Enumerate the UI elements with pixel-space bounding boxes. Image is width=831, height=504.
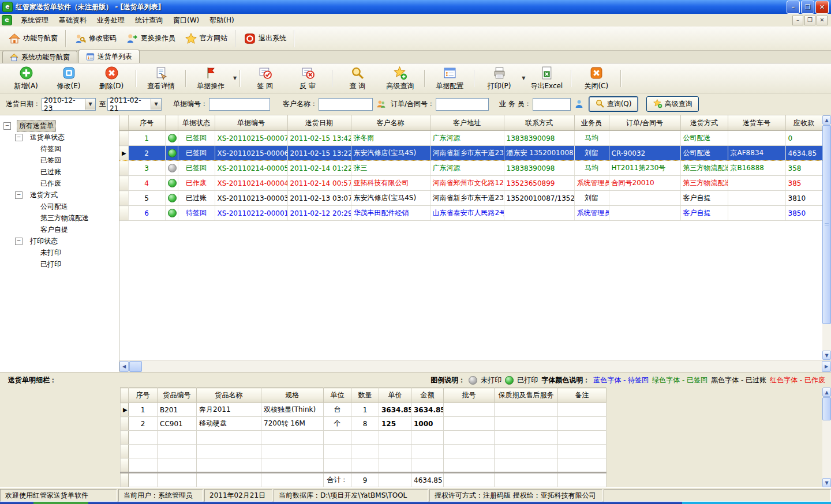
detail-row[interactable]: ▶1B201奔月2011双核独显(Think)台13634.853634.85 — [121, 403, 607, 417]
toolbar-button-add[interactable]: 新增(A) — [5, 65, 47, 92]
tree-item-leaf[interactable]: 21已作废 — [0, 178, 119, 189]
orders-column-header[interactable]: 送货车号 — [728, 115, 785, 131]
tree-item-all-orders[interactable]: −所有送货单 — [0, 120, 119, 131]
detail-column-header[interactable]: 保质期及售后服务 — [495, 388, 558, 403]
date-from-combo[interactable]: 2010-12-23 ▼ — [42, 98, 96, 111]
tree-expand-icon[interactable]: − — [3, 122, 11, 130]
toolbar-button-key[interactable]: 修改密码 — [69, 30, 121, 47]
orders-column-header[interactable]: 送货日期 — [287, 115, 351, 131]
orders-column-header[interactable]: 业务员 — [574, 115, 609, 131]
salesman-picker-icon[interactable] — [574, 99, 589, 109]
customer-picker-icon[interactable] — [376, 99, 391, 109]
toolbar-button-home[interactable]: 功能导航窗 — [3, 30, 62, 47]
chevron-down-icon[interactable]: ▼ — [151, 99, 161, 110]
detail-column-header[interactable]: 批号 — [444, 388, 495, 403]
toolbar-button-star[interactable]: 官方网站 — [180, 30, 232, 47]
scroll-up-icon[interactable]: ▲ — [822, 115, 831, 125]
detail-column-header[interactable]: 序号 — [129, 388, 158, 403]
toolbar-button-config[interactable]: 单据配置 — [428, 65, 471, 92]
order-row[interactable]: 3已签回XS-20110214-000052011-02-14 01:22张三广… — [119, 161, 822, 176]
order-row[interactable]: 1已签回XS-20110215-000072011-02-15 13:42张冬雨… — [119, 131, 822, 146]
tree-item-group[interactable]: −21送货方式 — [0, 189, 119, 201]
toolbar-button-search[interactable]: 查 询 — [336, 65, 379, 92]
scroll-right-icon[interactable]: ▶ — [822, 361, 831, 372]
tree-item-leaf[interactable]: 21已打印 — [0, 258, 119, 270]
detail-column-header[interactable]: 数量 — [351, 388, 379, 403]
mdi-restore-button[interactable]: ❐ — [804, 16, 815, 25]
orders-column-header[interactable]: 客户地址 — [430, 115, 504, 131]
chevron-down-icon[interactable]: ▼ — [233, 76, 237, 81]
salesman-input[interactable] — [533, 98, 571, 111]
orders-column-header[interactable]: 单据状态 — [178, 115, 215, 131]
scroll-down-icon[interactable]: ▼ — [822, 478, 831, 487]
tree-item-leaf[interactable]: 21待签回 — [0, 143, 119, 155]
contract-input[interactable] — [436, 98, 489, 111]
toolbar-button-reject[interactable]: 反 审 — [286, 65, 329, 92]
date-to-combo[interactable]: 2011-02-21 ▼ — [107, 98, 162, 111]
tab-delivery-list[interactable]: 送货单列表 — [78, 50, 140, 63]
menu-item[interactable]: 统计查询 — [130, 14, 168, 27]
orders-column-header[interactable]: 应收款 — [785, 115, 822, 131]
restore-button[interactable]: ❐ — [801, 1, 814, 14]
order-row[interactable]: 5已过账XS-20110213-000032011-02-13 03:07东安汽… — [119, 191, 822, 206]
advanced-query-button[interactable]: 高级查询 — [646, 96, 699, 112]
tree-item-leaf[interactable]: 21公司配送 — [0, 201, 119, 212]
orders-column-header[interactable]: 序号 — [128, 115, 165, 131]
tree-item-leaf[interactable]: 21已过账 — [0, 166, 119, 178]
toolbar-button-adv-search[interactable]: 高级查询 — [379, 65, 421, 92]
order-row[interactable]: 6待签回XS-20110212-000012011-02-12 20:29华茂丰… — [119, 206, 822, 221]
toolbar-button-exit[interactable]: 退出系统 — [239, 30, 291, 47]
order-row[interactable]: ▶2已签回XS-20110215-000062011-02-15 13:22东安… — [119, 146, 822, 161]
tab-navigator[interactable]: 系统功能导航窗 — [2, 51, 77, 63]
chevron-down-icon[interactable]: ▼ — [85, 99, 95, 110]
tree-item-leaf[interactable]: 21第三方物流配送 — [0, 212, 119, 224]
menu-item[interactable]: 窗口(W) — [168, 14, 204, 27]
vertical-scroll-thumb[interactable] — [822, 125, 831, 324]
menu-item[interactable]: 系统管理 — [16, 14, 54, 27]
toolbar-button-user-switch[interactable]: 更换操作员 — [121, 30, 180, 47]
mdi-minimize-button[interactable]: – — [792, 16, 803, 25]
customer-input[interactable] — [319, 98, 373, 111]
doc-no-input[interactable] — [209, 98, 270, 111]
horizontal-scroll-thumb[interactable] — [129, 361, 142, 372]
orders-horizontal-scrollbar[interactable]: ◀ ▶ — [119, 360, 831, 373]
scroll-up-icon[interactable]: ▲ — [822, 388, 831, 397]
detail-column-header[interactable]: 备注 — [558, 388, 607, 403]
menu-item[interactable]: 业务处理 — [92, 14, 130, 27]
minimize-button[interactable]: – — [787, 1, 800, 14]
orders-column-header[interactable]: 送货方式 — [680, 115, 728, 131]
scroll-down-icon[interactable]: ▼ — [822, 351, 831, 360]
tree-expand-icon[interactable]: − — [15, 191, 23, 199]
detail-column-header[interactable]: 单价 — [379, 388, 411, 403]
toolbar-button-excel[interactable]: 导出Excel — [525, 65, 568, 92]
toolbar-button-print[interactable]: 打印(P) — [478, 65, 521, 92]
toolbar-button-flag[interactable]: 单据操作 — [189, 65, 232, 92]
detail-column-header[interactable]: 货品名称 — [197, 388, 261, 403]
tree-item-group[interactable]: −21打印状态 — [0, 235, 119, 247]
order-row[interactable]: 4已作废XS-20110214-000042011-02-14 00:57亚拓科… — [119, 176, 822, 191]
detail-scroll-thumb[interactable] — [822, 397, 831, 420]
detail-column-header[interactable]: 金额 — [411, 388, 444, 403]
query-button[interactable]: 查询(Q) — [589, 96, 638, 112]
toolbar-button-edit[interactable]: 修改(E) — [47, 65, 90, 92]
tree-expand-icon[interactable]: − — [15, 134, 23, 141]
detail-column-header[interactable]: 货品编号 — [158, 388, 197, 403]
orders-column-header[interactable]: 订单/合同号 — [609, 115, 680, 131]
scroll-left-icon[interactable]: ◀ — [119, 361, 129, 372]
mdi-close-button[interactable]: ✕ — [817, 16, 828, 25]
detail-vertical-scrollbar[interactable]: ▲ ▼ — [822, 388, 831, 487]
toolbar-button-sign-back[interactable]: 签 回 — [244, 65, 286, 92]
tree-expand-icon[interactable]: − — [15, 238, 23, 245]
menu-item[interactable]: 帮助(H) — [204, 14, 239, 27]
orders-column-header[interactable]: 客户名称 — [351, 115, 430, 131]
toolbar-button-delete[interactable]: 删除(D) — [90, 65, 133, 92]
tree-item-leaf[interactable]: 21客户自提 — [0, 224, 119, 235]
detail-column-header[interactable]: 单位 — [324, 388, 351, 403]
detail-row[interactable]: 2CC901移动硬盘7200转 16M个81251000 — [121, 417, 607, 431]
detail-column-header[interactable]: 规格 — [261, 388, 324, 403]
close-button[interactable]: ✕ — [815, 1, 829, 14]
orders-column-header[interactable] — [165, 115, 178, 131]
orders-column-header[interactable]: 联系方式 — [504, 115, 574, 131]
tree-item-group[interactable]: −21送货单状态 — [0, 131, 119, 143]
orders-column-header[interactable]: 单据编号 — [215, 115, 287, 131]
